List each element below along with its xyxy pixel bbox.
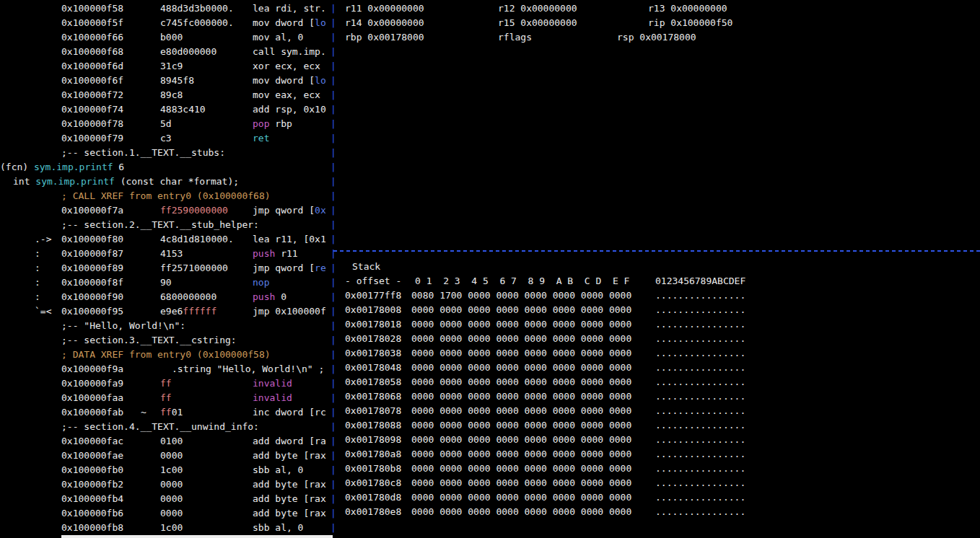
- text-segment: 0x00178028: [345, 333, 401, 344]
- stack-hex-bytes: 0000 0000 0000 0000 0000 0000 0000 0000: [411, 447, 631, 462]
- stack-row[interactable]: 0x001780780000 0000 0000 0000 0000 0000 …: [0, 404, 980, 418]
- stack-row[interactable]: 0x001780380000 0000 0000 0000 0000 0000 …: [0, 346, 980, 361]
- text-segment: 0000 0000 0000 0000 0000 0000 0000 0000: [411, 463, 631, 474]
- stack-ascii: ................: [655, 447, 745, 462]
- text-segment: ................: [655, 492, 745, 503]
- stack-row[interactable]: 0x001780a80000 0000 0000 0000 0000 0000 …: [0, 447, 980, 462]
- text-segment: 0000 0000 0000 0000 0000 0000 0000 0000: [411, 333, 631, 344]
- text-segment: 0000 0000 0000 0000 0000 0000 0000 0000: [411, 391, 631, 402]
- stack-row[interactable]: 0x001780480000 0000 0000 0000 0000 0000 …: [0, 361, 980, 375]
- stack-row[interactable]: 0x001780e80000 0000 0000 0000 0000 0000 …: [0, 505, 980, 519]
- stack-offset: 0x001780a8: [345, 447, 401, 462]
- stack-row[interactable]: 0x001780d80000 0000 0000 0000 0000 0000 …: [0, 490, 980, 505]
- stack-row[interactable]: 0x001780880000 0000 0000 0000 0000 0000 …: [0, 418, 980, 433]
- stack-offset: 0x001780e8: [345, 505, 401, 519]
- text-segment: 0000 0000 0000 0000 0000 0000 0000 0000: [411, 348, 631, 358]
- stack-row[interactable]: 0x001780c80000 0000 0000 0000 0000 0000 …: [0, 476, 980, 490]
- text-segment: 0x00177ff8: [345, 290, 401, 301]
- text-segment: 0000 0000 0000 0000 0000 0000 0000 0000: [411, 304, 631, 315]
- text-segment: 0x001780a8: [345, 449, 401, 459]
- stack-ascii: ................: [655, 462, 745, 476]
- stack-panel: Stack - offset - 0 1 2 3 4 5 6 7 8 9 A B…: [0, 0, 980, 538]
- text-segment: ................: [655, 420, 745, 431]
- text-segment: ................: [655, 391, 745, 402]
- text-segment: ................: [655, 463, 745, 474]
- text-segment: 0x00178038: [345, 348, 401, 358]
- text-segment: 0x00178078: [345, 405, 401, 416]
- text-segment: ................: [655, 333, 745, 344]
- text-segment: ................: [655, 449, 745, 459]
- stack-row[interactable]: 0x00177ff80080 1700 0000 0000 0000 0000 …: [0, 288, 980, 303]
- stack-hex-bytes: 0000 0000 0000 0000 0000 0000 0000 0000: [411, 317, 631, 332]
- stack-offset: 0x00178038: [345, 346, 401, 361]
- text-segment: 0000 0000 0000 0000 0000 0000 0000 0000: [411, 434, 631, 445]
- stack-offset: 0x001780d8: [345, 490, 401, 505]
- stack-ascii: ................: [655, 505, 745, 519]
- stack-ascii: ................: [655, 490, 745, 505]
- text-segment: 0x001780d8: [345, 492, 401, 503]
- stack-header-columns: 0 1 2 3 4 5 6 7 8 9 A B C D E F: [415, 274, 629, 288]
- text-segment: ................: [655, 477, 745, 488]
- stack-hex-bytes: 0000 0000 0000 0000 0000 0000 0000 0000: [411, 462, 631, 476]
- stack-ascii: ................: [655, 476, 745, 490]
- stack-ascii: ................: [655, 375, 745, 389]
- text-segment: ................: [655, 405, 745, 416]
- text-segment: ................: [655, 434, 745, 445]
- text-segment: 0x001780c8: [345, 477, 401, 488]
- stack-row[interactable]: 0x001780280000 0000 0000 0000 0000 0000 …: [0, 332, 980, 346]
- stack-hex-bytes: 0000 0000 0000 0000 0000 0000 0000 0000: [411, 375, 631, 389]
- stack-hex-bytes: 0000 0000 0000 0000 0000 0000 0000 0000: [411, 332, 631, 346]
- stack-ascii: ................: [655, 332, 745, 346]
- stack-ascii: ................: [655, 404, 745, 418]
- stack-offset: 0x001780b8: [345, 462, 401, 476]
- stack-offset: 0x00178068: [345, 389, 401, 404]
- stack-row[interactable]: 0x001780180000 0000 0000 0000 0000 0000 …: [0, 317, 980, 332]
- stack-hex-bytes: 0000 0000 0000 0000 0000 0000 0000 0000: [411, 505, 631, 519]
- stack-ascii: ................: [655, 288, 745, 303]
- stack-hex-bytes: 0000 0000 0000 0000 0000 0000 0000 0000: [411, 433, 631, 447]
- stack-offset: 0x00178058: [345, 375, 401, 389]
- stack-offset: 0x00178018: [345, 317, 401, 332]
- text-segment: 0000 0000 0000 0000 0000 0000 0000 0000: [411, 362, 631, 373]
- text-segment: 0x00178068: [345, 391, 401, 402]
- stack-row[interactable]: 0x001780080000 0000 0000 0000 0000 0000 …: [0, 303, 980, 317]
- stack-hex-bytes: 0000 0000 0000 0000 0000 0000 0000 0000: [411, 303, 631, 317]
- stack-row[interactable]: 0x001780580000 0000 0000 0000 0000 0000 …: [0, 375, 980, 389]
- stack-hex-bytes: 0000 0000 0000 0000 0000 0000 0000 0000: [411, 404, 631, 418]
- stack-ascii: ................: [655, 418, 745, 433]
- stack-panel-title: Stack: [352, 260, 380, 274]
- text-segment: 0000 0000 0000 0000 0000 0000 0000 0000: [411, 420, 631, 431]
- stack-ascii: ................: [655, 389, 745, 404]
- stack-offset: 0x00178098: [345, 433, 401, 447]
- text-segment: ................: [655, 506, 745, 517]
- stack-offset: 0x00178088: [345, 418, 401, 433]
- stack-offset: 0x00177ff8: [345, 288, 401, 303]
- stack-row[interactable]: 0x001780680000 0000 0000 0000 0000 0000 …: [0, 389, 980, 404]
- stack-row[interactable]: 0x001780b80000 0000 0000 0000 0000 0000 …: [0, 462, 980, 476]
- stack-row[interactable]: 0x001780980000 0000 0000 0000 0000 0000 …: [0, 433, 980, 447]
- text-segment: 0000 0000 0000 0000 0000 0000 0000 0000: [411, 319, 631, 330]
- text-segment: 0x00178018: [345, 319, 401, 330]
- text-segment: ................: [655, 319, 745, 330]
- stack-ascii: ................: [655, 303, 745, 317]
- text-segment: 0000 0000 0000 0000 0000 0000 0000 0000: [411, 506, 631, 517]
- radare2-visual-screen: 0x100000f58488d3d3b0000.lea rdi, str.0x1…: [0, 0, 980, 538]
- stack-offset: 0x00178048: [345, 361, 401, 375]
- stack-hex-bytes: 0000 0000 0000 0000 0000 0000 0000 0000: [411, 346, 631, 361]
- stack-offset: 0x001780c8: [345, 476, 401, 490]
- stack-offset: 0x00178078: [345, 404, 401, 418]
- stack-ascii: ................: [655, 361, 745, 375]
- stack-ascii: ................: [655, 346, 745, 361]
- text-segment: 0000 0000 0000 0000 0000 0000 0000 0000: [411, 492, 631, 503]
- text-segment: 0x00178058: [345, 376, 401, 387]
- text-segment: ................: [655, 376, 745, 387]
- stack-offset: 0x00178028: [345, 332, 401, 346]
- stack-hex-bytes: 0000 0000 0000 0000 0000 0000 0000 0000: [411, 476, 631, 490]
- stack-hex-bytes: 0000 0000 0000 0000 0000 0000 0000 0000: [411, 389, 631, 404]
- text-segment: ................: [655, 348, 745, 358]
- text-segment: 0000 0000 0000 0000 0000 0000 0000 0000: [411, 405, 631, 416]
- text-segment: 0000 0000 0000 0000 0000 0000 0000 0000: [411, 376, 631, 387]
- text-segment: 0x001780e8: [345, 506, 401, 517]
- text-segment: 0000 0000 0000 0000 0000 0000 0000 0000: [411, 477, 631, 488]
- text-segment: ................: [655, 362, 745, 373]
